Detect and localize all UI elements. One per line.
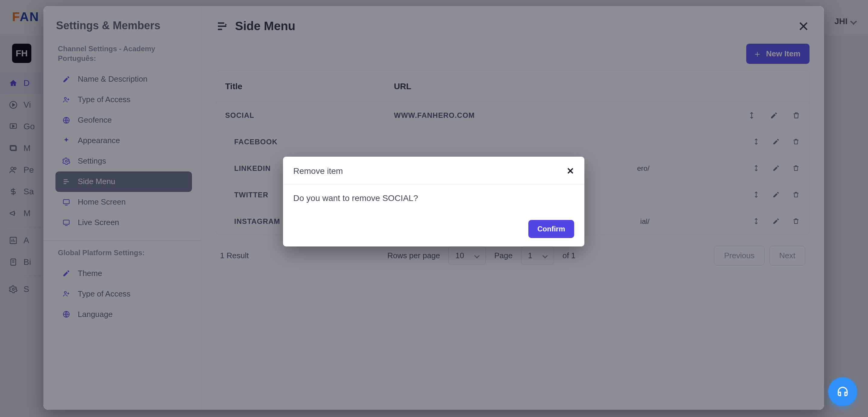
- confirm-body: Do you want to remove SOCIAL?: [283, 184, 584, 220]
- settings-sheet: Settings & Members Channel Settings - Ac…: [43, 6, 824, 410]
- confirm-close-button[interactable]: ✕: [567, 166, 574, 176]
- help-fab[interactable]: [828, 377, 857, 406]
- confirm-button[interactable]: Confirm: [528, 220, 574, 238]
- headset-icon: [836, 385, 849, 398]
- confirm-title: Remove item: [293, 166, 343, 176]
- confirm-dialog: Remove item ✕ Do you want to remove SOCI…: [283, 157, 584, 247]
- confirm-backdrop: Remove item ✕ Do you want to remove SOCI…: [43, 6, 824, 410]
- confirm-label: Confirm: [537, 225, 565, 233]
